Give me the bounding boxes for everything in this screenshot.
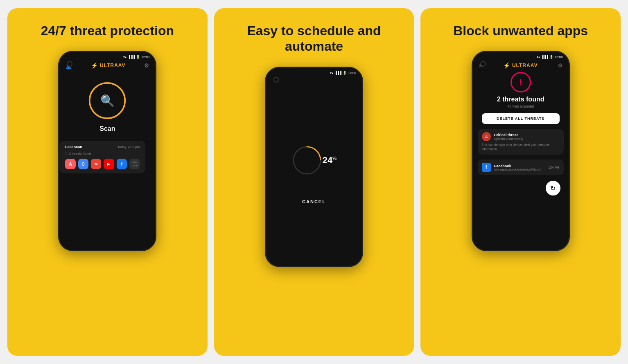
time-display-2: 12:00 xyxy=(348,71,356,75)
app-name: Facebook xyxy=(494,164,541,168)
signal-icon-3: ▐▐▐ xyxy=(541,55,548,59)
phone-1-inner: ▾▴ ▐▐▐ 🔋 12:00 👤 ⚡ ULTRAAV ⚙ xyxy=(59,52,155,250)
signal-icon-2: ▐▐▐ xyxy=(334,71,341,75)
scan-label[interactable]: Scan xyxy=(99,125,115,133)
threats-header: ! 2 threats found 45 files scanned xyxy=(497,72,544,108)
scan-search-icon: 🔍 xyxy=(100,94,115,108)
progress-value: 24 xyxy=(323,155,332,165)
threat-alert-icon: ⚠ xyxy=(482,132,491,141)
screen3-content: ! 2 threats found 45 files scanned DELET… xyxy=(473,72,569,195)
percent-symbol: % xyxy=(332,156,337,161)
youtube-icon: ▶ xyxy=(104,159,114,169)
logo-text-1: ULTRAAV xyxy=(100,63,126,68)
threats-found-label: 2 threats found xyxy=(65,151,140,155)
signal-icon: ▐▐▐ xyxy=(128,55,135,59)
cancel-button[interactable]: CANCEL xyxy=(302,199,326,204)
critical-threat-card: ⚠ Critical threat System vulnerability T… xyxy=(478,129,564,155)
scan-circle[interactable]: 🔍 xyxy=(87,80,128,121)
threats-found-title: 2 threats found xyxy=(497,96,544,103)
phone-3-notch xyxy=(480,61,486,67)
threat-subtitle: System vulnerability xyxy=(494,137,523,141)
app-path: /storage/facebook/emulated/0/Music/ xyxy=(494,168,541,171)
app-header-1: 👤 ⚡ ULTRAAV ⚙ xyxy=(59,61,155,72)
threat-desc: This can damage your device, steal your … xyxy=(482,143,560,151)
gear-icon-3[interactable]: ⚙ xyxy=(558,62,563,69)
logo-3: ⚡ ULTRAAV xyxy=(503,62,538,69)
delete-all-threats-button[interactable]: DELETE ALL THREATS xyxy=(482,113,560,124)
logo-text-3: ULTRAAV xyxy=(512,63,538,68)
files-scanned: 45 files scanned xyxy=(507,104,534,108)
bolt-icon-3: ⚡ xyxy=(503,62,511,69)
gmail-icon: M xyxy=(91,159,101,169)
panels-container: 24/7 threat protection ▾▴ ▐▐▐ 🔋 12:00 👤 xyxy=(0,0,628,364)
threat-title: Critical threat xyxy=(494,133,523,137)
app-size: 124 MB xyxy=(548,166,560,169)
warning-circle: ! xyxy=(511,72,531,92)
last-scan-time: Today, 4:02 pm xyxy=(117,145,140,149)
wifi-icon-3: ▾▴ xyxy=(537,55,540,59)
threat-card-header: ⚠ Critical threat System vulnerability xyxy=(482,132,560,141)
phone-2-inner: ▾▴ ▐▐▐ 🔋 12:00 24% xyxy=(266,68,362,266)
last-scan-card: Last scan Today, 4:02 pm 2 threats found… xyxy=(59,141,145,173)
panel-2: Easy to schedule and automate ▾▴ ▐▐▐ 🔋 1… xyxy=(214,8,414,356)
facebook-app-icon: f xyxy=(482,163,491,172)
battery-icon-2: 🔋 xyxy=(343,71,347,75)
app-info: Facebook /storage/facebook/emulated/0/Mu… xyxy=(494,164,541,171)
threat-info: Critical threat System vulnerability xyxy=(494,133,523,141)
phone-2-notch xyxy=(273,77,279,83)
progress-svg xyxy=(291,138,323,183)
facebook-icon-1: f xyxy=(117,159,127,169)
time-display-3: 12:00 xyxy=(555,55,563,59)
panel-3-title: Block unwanted apps xyxy=(453,23,588,38)
exclamation-icon: ! xyxy=(519,78,522,87)
panel-3: Block unwanted apps ▾▴ ▐▐▐ 🔋 12:00 ✕ ⚡ xyxy=(420,8,621,356)
logo-1: ⚡ ULTRAAV xyxy=(91,62,126,69)
progress-text: 24% xyxy=(323,155,337,166)
app-icons-row: A C M ▶ f +39 more xyxy=(65,159,140,169)
status-right-1: ▾▴ ▐▐▐ 🔋 12:00 xyxy=(123,55,149,59)
status-right-2: ▾▴ ▐▐▐ 🔋 12:00 xyxy=(330,71,356,75)
time-display-1: 12:00 xyxy=(141,55,149,59)
wifi-icon: ▾▴ xyxy=(123,55,127,59)
phone-1-statusbar: ▾▴ ▐▐▐ 🔋 12:00 xyxy=(59,52,155,61)
panel-2-title: Easy to schedule and automate xyxy=(222,23,406,54)
chrome-icon: C xyxy=(78,159,88,169)
progress-area: 24% CANCEL xyxy=(266,76,362,266)
wifi-icon-2: ▾▴ xyxy=(330,71,333,75)
phone-1: ▾▴ ▐▐▐ 🔋 12:00 👤 ⚡ ULTRAAV ⚙ xyxy=(58,51,156,251)
phone-2-statusbar: ▾▴ ▐▐▐ 🔋 12:00 xyxy=(266,68,362,76)
gear-icon-1[interactable]: ⚙ xyxy=(144,62,149,69)
phone-2: ▾▴ ▐▐▐ 🔋 12:00 24% xyxy=(265,67,363,267)
phone-3: ▾▴ ▐▐▐ 🔋 12:00 ✕ ⚡ ULTRAAV ⚙ xyxy=(472,51,570,251)
airbnb-icon: A xyxy=(65,159,75,169)
panel-1: 24/7 threat protection ▾▴ ▐▐▐ 🔋 12:00 👤 xyxy=(7,8,208,356)
phone-3-statusbar: ▾▴ ▐▐▐ 🔋 12:00 xyxy=(473,52,569,61)
battery-icon-3: 🔋 xyxy=(549,55,553,59)
last-scan-header: Last scan Today, 4:02 pm xyxy=(65,145,140,149)
more-apps-icon: +39 more xyxy=(129,159,140,169)
battery-icon: 🔋 xyxy=(136,55,140,59)
panel-1-title: 24/7 threat protection xyxy=(41,23,174,38)
progress-circle: 24% xyxy=(291,138,337,183)
status-right-3: ▾▴ ▐▐▐ 🔋 12:00 xyxy=(537,55,563,59)
app-header-3: ✕ ⚡ ULTRAAV ⚙ xyxy=(473,61,569,72)
scan-area: 🔍 Scan xyxy=(59,80,155,133)
refresh-button[interactable]: ↻ xyxy=(546,181,560,195)
bolt-icon-1: ⚡ xyxy=(91,62,98,69)
facebook-app-card: f Facebook /storage/facebook/emulated/0/… xyxy=(478,160,564,175)
last-scan-title: Last scan xyxy=(65,145,82,149)
phone-3-inner: ▾▴ ▐▐▐ 🔋 12:00 ✕ ⚡ ULTRAAV ⚙ xyxy=(473,52,569,250)
